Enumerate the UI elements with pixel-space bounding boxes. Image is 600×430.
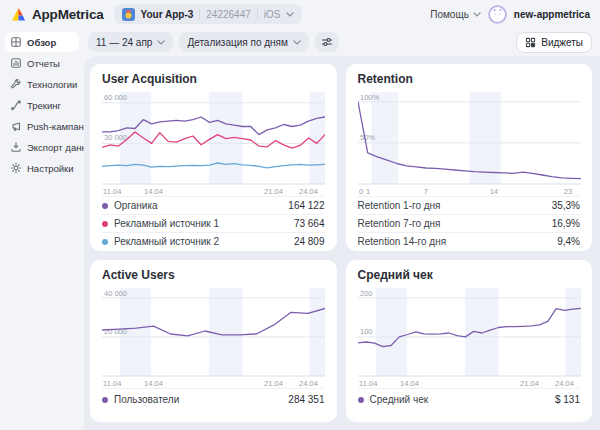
sidebar-item-reports[interactable]: Отчеты — [5, 53, 79, 73]
sidebar-item-settings[interactable]: Настройки — [5, 158, 79, 178]
series-total: 284 351 — [288, 394, 324, 405]
svg-text:11.04: 11.04 — [359, 379, 377, 388]
series-dot — [102, 239, 108, 245]
svg-text:21.04: 21.04 — [264, 379, 283, 388]
download-tray-icon — [10, 141, 22, 153]
legend-row-average-check[interactable]: Средний чек $ 131 — [358, 388, 581, 410]
svg-text:14.04: 14.04 — [144, 379, 163, 388]
appmetrica-brand[interactable]: AppMetrica — [10, 6, 104, 23]
toolbar: 11 — 24 апр Детализация по дням — [84, 28, 600, 56]
svg-text:21.04: 21.04 — [264, 187, 283, 196]
app-icon — [122, 8, 135, 21]
top-right-group: Помощь new-appmetrica — [430, 5, 590, 24]
series-total: $ 131 — [555, 394, 580, 405]
svg-text:60 000: 60 000 — [104, 93, 127, 102]
card-active-users: Active Users 40 00020 00011.0414.0421.04… — [90, 260, 337, 422]
svg-text:14.04: 14.04 — [144, 187, 163, 196]
svg-text:7: 7 — [423, 187, 427, 196]
granularity-selector[interactable]: Детализация по дням — [179, 32, 309, 52]
dashboard-panel: User Acquisition 60 00030 00011.0414.042… — [84, 56, 600, 430]
date-range-selector[interactable]: 11 — 24 апр — [88, 32, 173, 52]
sidebar-item-export[interactable]: Экспорт данных — [5, 137, 79, 157]
user-name: new-appmetrica — [514, 9, 590, 20]
card-title: User Acquisition — [102, 72, 325, 89]
svg-text:24.04: 24.04 — [299, 187, 318, 196]
svg-text:0: 0 — [358, 187, 362, 196]
user-acquisition-chart[interactable]: 60 00030 00011.0414.0421.0424.04 — [102, 92, 325, 196]
sliders-icon — [321, 36, 333, 48]
card-title: Средний чек — [358, 268, 581, 285]
series-dot — [102, 397, 108, 403]
svg-text:1: 1 — [365, 187, 369, 196]
svg-text:11.04: 11.04 — [103, 379, 121, 388]
stat-value: 9,4% — [557, 236, 580, 247]
chevron-down-icon — [157, 40, 165, 45]
user-avatar[interactable] — [488, 5, 507, 24]
legend-row-source-1[interactable]: Рекламный источник 1 73 664 — [102, 214, 325, 232]
svg-text:30 000: 30 000 — [104, 133, 127, 142]
legend-row-organic[interactable]: Органика 164 122 — [102, 196, 325, 214]
svg-text:200: 200 — [360, 289, 373, 298]
divider — [257, 9, 258, 19]
chevron-down-icon — [473, 12, 481, 17]
help-menu[interactable]: Помощь — [430, 9, 481, 20]
series-total: 73 664 — [294, 218, 325, 229]
sidebar: Обзор Отчеты Технологии Трекинг Push-кам… — [0, 28, 84, 430]
card-retention: Retention 100%50%0171423 Retention 1-го … — [346, 64, 593, 251]
sidebar-item-push-campaigns[interactable]: Push-кампании — [5, 116, 79, 136]
svg-text:100: 100 — [360, 327, 373, 336]
help-label: Помощь — [430, 9, 469, 20]
wrench-icon — [10, 78, 22, 90]
svg-text:14: 14 — [489, 187, 497, 196]
brand-name: AppMetrica — [32, 7, 104, 22]
legend-row-users[interactable]: Пользователи 284 351 — [102, 388, 325, 410]
megaphone-icon — [10, 120, 22, 132]
segments-filter-button[interactable] — [315, 32, 339, 52]
legend-row-source-2[interactable]: Рекламный источник 2 24 809 — [102, 232, 325, 250]
series-dot — [358, 397, 364, 403]
stat-value: 16,9% — [552, 218, 580, 229]
card-user-acquisition: User Acquisition 60 00030 00011.0414.042… — [90, 64, 337, 251]
svg-text:50%: 50% — [360, 133, 375, 142]
widgets-button[interactable]: Виджеты — [516, 32, 592, 53]
svg-text:100%: 100% — [360, 93, 380, 102]
series-dot — [102, 221, 108, 227]
series-total: 164 122 — [288, 200, 324, 211]
card-title: Retention — [358, 72, 581, 89]
retention-chart[interactable]: 100%50%0171423 — [358, 92, 581, 196]
app-platform: iOS — [264, 9, 281, 20]
series-dot — [102, 203, 108, 209]
card-title: Active Users — [102, 268, 325, 285]
svg-text:23: 23 — [563, 187, 571, 196]
gear-icon — [10, 162, 22, 174]
stat-row-retention-day7[interactable]: Retention 7-го дня 16,9% — [358, 214, 581, 232]
chevron-down-icon — [293, 40, 301, 45]
stat-row-retention-day14[interactable]: Retention 14-го дня 9,4% — [358, 232, 581, 250]
stat-value: 35,3% — [552, 200, 580, 211]
stat-row-retention-day1[interactable]: Retention 1-го дня 35,3% — [358, 196, 581, 214]
active-users-chart[interactable]: 40 00020 00011.0414.0421.0424.04 — [102, 288, 325, 388]
sidebar-item-tracking[interactable]: Трекинг — [5, 95, 79, 115]
sidebar-item-overview[interactable]: Обзор — [5, 32, 79, 52]
svg-text:21.04: 21.04 — [520, 379, 539, 388]
chevron-down-icon — [286, 12, 294, 17]
app-name: Your App-3 — [141, 9, 194, 20]
svg-text:24.04: 24.04 — [555, 379, 574, 388]
card-average-check: Средний чек 20010011.0414.0421.0424.04 С… — [346, 260, 593, 422]
svg-text:11.04: 11.04 — [103, 187, 121, 196]
sidebar-item-technologies[interactable]: Технологии — [5, 74, 79, 94]
appmetrica-logo-icon — [10, 6, 27, 23]
report-bars-icon — [10, 57, 22, 69]
app-id: 24226447 — [206, 9, 251, 20]
top-bar: AppMetrica Your App-3 24226447 iOS Помощ… — [0, 0, 600, 28]
route-curve-icon — [10, 99, 22, 111]
svg-text:40 000: 40 000 — [104, 289, 127, 298]
app-selector[interactable]: Your App-3 24226447 iOS — [114, 4, 303, 24]
svg-text:24.04: 24.04 — [299, 379, 318, 388]
widgets-icon — [525, 37, 536, 48]
series-total: 24 809 — [294, 236, 325, 247]
average-check-chart[interactable]: 20010011.0414.0421.0424.04 — [358, 288, 581, 388]
svg-text:14.04: 14.04 — [400, 379, 419, 388]
dashboard-grid-icon — [10, 36, 22, 48]
divider — [199, 9, 200, 19]
